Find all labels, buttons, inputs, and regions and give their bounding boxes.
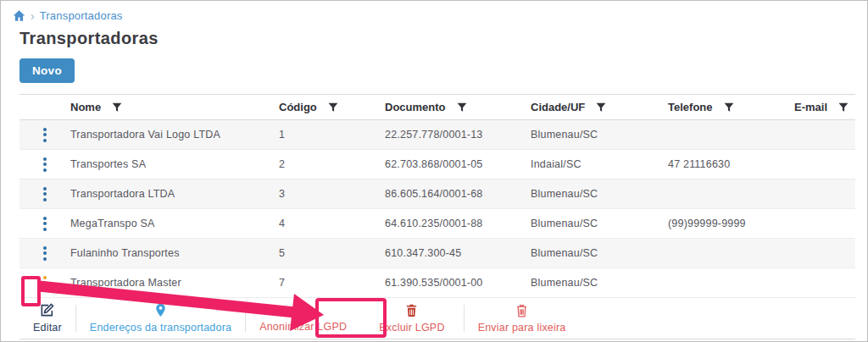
column-header-cidade-uf: Cidade/UF [531,101,585,113]
filter-icon-codigo[interactable] [328,102,338,113]
cell-cidade: Blumenau/SC [531,247,668,259]
cell-cidade: Blumenau/SC [531,218,668,229]
column-header-telefone: Telefone [668,101,713,113]
cell-nome: Transportadora Master [70,277,279,289]
cell-cidade: Blumenau/SC [531,188,668,200]
novo-button[interactable]: Novo [19,58,75,83]
column-header-codigo: Código [279,101,317,113]
annotation-kebab-highlight-box [21,276,41,306]
breadcrumb-chevron-icon: › [31,10,35,22]
cell-codigo: 1 [279,129,385,141]
table-row: Transportadora LTDA 3 86.605.164/0001-68… [19,179,855,209]
filter-icon-telefone[interactable] [724,102,734,113]
home-icon[interactable] [13,9,25,22]
cell-nome: Transportes SA [70,158,279,170]
filter-icon-documento[interactable] [457,102,467,113]
filter-icon-nome[interactable] [112,102,122,113]
enderecos-label: Endereços da transportadora [90,323,231,334]
table-body: Transportadora Vai Logo LTDA 1 22.257.77… [19,120,855,298]
transportadoras-table: Nome Código Documento Cidade/UF Telefone… [19,94,855,298]
map-pin-icon [154,303,167,320]
table-row: MegaTranspo SA 4 64.610.235/0001-88 Blum… [19,209,855,239]
annotation-excluir-highlight-box [315,298,387,338]
editar-button[interactable]: Editar [19,303,75,334]
cell-codigo: 2 [279,158,385,170]
row-action-menu: Editar Endereços da transportadora Anoni… [19,298,855,339]
trash-outline-icon [515,304,528,320]
filter-icon-cidade-uf[interactable] [596,102,606,113]
cell-cidade: Indaial/SC [531,158,668,170]
cell-cidade: Blumenau/SC [531,129,668,141]
cell-documento: 610.347.300-45 [385,247,531,259]
breadcrumb-item-transportadoras[interactable]: Transportadoras [40,9,123,22]
cell-codigo: 4 [279,218,385,229]
cell-nome: Transportadora Vai Logo LTDA [70,129,279,141]
cell-documento: 22.257.778/0001-13 [385,129,531,141]
page-title: Transportadoras [19,29,159,48]
breadcrumb: › Transportadoras [13,9,123,22]
kebab-menu-icon-active[interactable] [40,273,50,294]
cell-documento: 64.610.235/0001-88 [385,218,531,229]
kebab-menu-icon[interactable] [40,243,50,264]
table-row: Fulaninho Transportes 5 610.347.300-45 B… [19,239,855,268]
column-header-nome: Nome [70,101,101,113]
transportadoras-page: › Transportadoras Transportadoras Novo N… [0,0,868,342]
filter-icon-email[interactable] [838,102,849,113]
cell-cidade: Blumenau/SC [531,277,668,289]
cell-documento: 86.605.164/0001-68 [385,188,531,200]
cell-nome: MegaTranspo SA [70,218,279,229]
trash-filled-icon [405,304,418,320]
cell-codigo: 5 [279,247,385,259]
cell-codigo: 7 [279,277,385,289]
lixeira-label: Enviar para lixeira [478,323,566,334]
cell-nome: Fulaninho Transportes [70,247,279,259]
enviar-lixeira-button[interactable]: Enviar para lixeira [465,304,580,334]
cell-documento: 61.390.535/0001-00 [385,277,531,289]
enderecos-transportadora-button[interactable]: Endereços da transportadora [76,303,245,334]
kebab-menu-icon[interactable] [40,124,50,146]
column-header-email: E-mail [794,101,827,113]
cell-nome: Transportadora LTDA [70,188,279,200]
anonymize-icon [297,304,309,319]
cell-codigo: 3 [279,188,385,200]
kebab-menu-icon[interactable] [40,154,50,175]
kebab-menu-icon[interactable] [40,184,50,205]
excluir-label: Excluir LGPD [379,323,444,334]
cell-telefone: (99)99999-9999 [668,218,793,229]
table-row: Transportadora Vai Logo LTDA 1 22.257.77… [19,120,855,150]
cell-documento: 62.703.868/0001-05 [385,158,531,170]
column-header-documento: Documento [385,101,446,113]
editar-label: Editar [33,323,62,334]
cell-telefone: 47 21116630 [668,158,793,170]
edit-pencil-icon [40,303,54,320]
table-row-selected: Transportadora Master 7 61.390.535/0001-… [19,268,855,298]
table-row: Transportes SA 2 62.703.868/0001-05 Inda… [19,150,855,179]
table-header-row: Nome Código Documento Cidade/UF Telefone… [19,94,855,120]
kebab-menu-icon[interactable] [40,213,50,234]
